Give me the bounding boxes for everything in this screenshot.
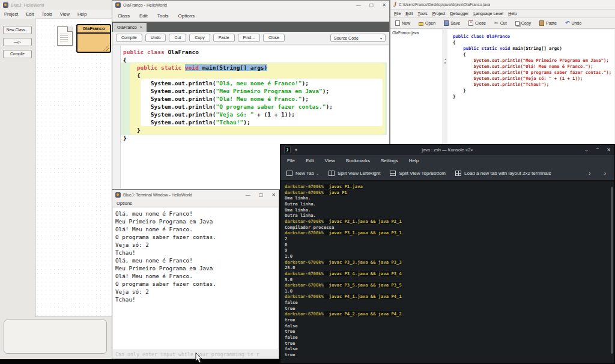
- object-bench[interactable]: [4, 320, 107, 354]
- bluej-icon: [115, 2, 121, 8]
- cut-button[interactable]: Cut: [169, 34, 186, 42]
- code-line: 5.0: [285, 277, 614, 283]
- menu-tools[interactable]: Tools: [417, 11, 427, 16]
- clipboard-icon: [539, 20, 544, 26]
- tab-close-icon[interactable]: ×: [140, 25, 142, 29]
- close-file-icon: [468, 20, 473, 26]
- new-class-button[interactable]: New Class...: [3, 26, 32, 34]
- close-icon[interactable]: ✕: [382, 2, 386, 8]
- code-line: Compilador processa: [285, 225, 614, 231]
- menu-options[interactable]: Options: [178, 13, 195, 19]
- pin-icon[interactable]: ✦: [294, 148, 298, 153]
- toolbar-overflow-chevron-icon[interactable]: ›: [604, 170, 606, 177]
- code-line: System.out.println("Veja só: " + (1 + 1)…: [453, 76, 614, 82]
- minimize-icon[interactable]: ⌄: [584, 147, 589, 153]
- splitter-right-icon: ▸: [443, 61, 447, 64]
- menu-options[interactable]: Options: [117, 201, 132, 206]
- menu-file[interactable]: File: [394, 11, 401, 16]
- code-line: darkstar-6700k% javac P4_1.java && java …: [285, 294, 614, 300]
- menu-help[interactable]: Help: [77, 11, 86, 17]
- paste-button[interactable]: Paste: [539, 20, 557, 26]
- jgrasp-title: C:\Users\Franco\Desktop\java\drjava\OlaF…: [399, 2, 490, 7]
- maximize-icon[interactable]: ⌃: [596, 147, 600, 153]
- code-line: System.out.println("Veja só: " + (1 + 1)…: [123, 111, 389, 118]
- new-button[interactable]: New: [395, 20, 410, 26]
- file-tree-item[interactable]: OlaFranco.java: [390, 29, 443, 36]
- view-selector-dropdown[interactable]: Source Code ▾: [330, 34, 386, 42]
- menu-help[interactable]: Help: [508, 11, 517, 16]
- menu-tools[interactable]: Tools: [41, 11, 52, 17]
- close-icon[interactable]: ✕: [271, 192, 276, 198]
- tab-olafranco[interactable]: OlaFranco ×: [113, 23, 147, 32]
- menu-edit[interactable]: Edit: [306, 158, 314, 163]
- menu-tools[interactable]: Tools: [157, 13, 169, 19]
- terminal-scrollbar[interactable]: [611, 187, 613, 354]
- editor-titlebar[interactable]: OlaFranco - HelloWorld — ▢ ✕: [112, 1, 389, 10]
- menu-view[interactable]: View: [325, 158, 335, 163]
- maximize-icon[interactable]: ▢: [369, 2, 374, 8]
- jgrasp-code-editor[interactable]: public class OlaFranco{ public static vo…: [447, 29, 614, 145]
- menu-view[interactable]: View: [60, 11, 70, 17]
- menu-file[interactable]: File: [287, 158, 295, 163]
- menu-project[interactable]: Project: [4, 11, 18, 17]
- compile-button[interactable]: Compile: [116, 34, 142, 42]
- menu-bookmarks[interactable]: Bookmarks: [346, 158, 370, 163]
- menu-language-level[interactable]: Language Level: [473, 11, 503, 16]
- menu-edit[interactable]: Edit: [139, 13, 148, 19]
- tab-label: OlaFranco: [117, 25, 137, 29]
- konsole-titlebar[interactable]: ❯ ✦ java : zsh — Konsole <2> ⌄ ⌃ ✕: [280, 145, 614, 155]
- minimize-icon[interactable]: —: [356, 2, 361, 8]
- paste-button[interactable]: Paste: [213, 34, 235, 42]
- maximize-icon[interactable]: ▢: [259, 192, 264, 198]
- code-line: public class OlaFranco: [123, 48, 389, 56]
- save-button[interactable]: Save: [444, 20, 460, 26]
- menu-project[interactable]: Project: [432, 11, 446, 16]
- compile-button[interactable]: Compile: [3, 50, 32, 58]
- close-button[interactable]: Close: [468, 20, 486, 26]
- bluej-terminal-output[interactable]: Olá, meu nome é Franco!Meu Primeiro Prog…: [113, 208, 278, 350]
- splitter-handle[interactable]: ◂ ▸: [443, 57, 447, 64]
- bluej-terminal-window: BlueJ: Terminal Window - HelloWorld — ▢ …: [112, 189, 279, 359]
- code-line: true: [285, 317, 614, 323]
- undo-button[interactable]: Undo: [145, 34, 166, 42]
- new-tab-button[interactable]: New Tab ⌄: [286, 171, 319, 176]
- class-box-olafranco[interactable]: OlaFranco: [76, 24, 111, 53]
- open-button[interactable]: Open: [419, 21, 435, 26]
- code-line: System.out.println("O programa saber faz…: [123, 103, 389, 111]
- open-folder-icon: [419, 22, 423, 26]
- close-button[interactable]: Close: [263, 34, 285, 42]
- extends-arrow-button[interactable]: —▷: [3, 38, 32, 46]
- copy-button[interactable]: Copy: [515, 21, 531, 26]
- split-view-left-right-button[interactable]: Split View Left/Right: [329, 171, 380, 176]
- menu-edit[interactable]: Edit: [405, 11, 413, 16]
- terminal-line: Olá, meu nome é Franco!: [115, 210, 278, 217]
- terminal-line: Veja só: 2: [115, 241, 278, 249]
- toolbar-overflow-chevron-icon[interactable]: ›: [589, 170, 590, 177]
- menu-debugger[interactable]: Debugger: [450, 11, 469, 16]
- cut-button[interactable]: ✂ Cut: [494, 20, 507, 26]
- menu-edit[interactable]: Edit: [26, 11, 34, 17]
- undo-button[interactable]: ↶ Undo: [565, 20, 581, 26]
- terminal-line: Tchau!: [115, 249, 278, 256]
- copy-button[interactable]: Copy: [189, 34, 210, 42]
- code-line: System.out.println("Tchau!");: [123, 118, 389, 126]
- menu-help[interactable]: Help: [409, 158, 419, 163]
- load-2x2-layout-button[interactable]: Load a new tab with layout 2x2 terminals: [455, 171, 551, 176]
- minimize-icon[interactable]: —: [246, 192, 250, 198]
- editor-gutter[interactable]: [113, 46, 121, 189]
- split-view-top-bottom-button[interactable]: Split View Top/Bottom: [390, 171, 446, 176]
- menu-class[interactable]: Class: [118, 13, 130, 19]
- editor-toolbar: Compile Undo Cut Copy Paste Find... Clos…: [112, 32, 389, 44]
- bluej-main-titlebar[interactable]: BlueJ: HelloWorld: [0, 0, 112, 10]
- menu-settings[interactable]: Settings: [381, 158, 398, 163]
- jgrasp-titlebar[interactable]: J C:\Users\Franco\Desktop\java\drjava\Ol…: [390, 0, 615, 9]
- code-line: System.out.println("Tchau!");: [453, 82, 614, 88]
- bluej-terminal-titlebar[interactable]: BlueJ: Terminal Window - HelloWorld — ▢ …: [112, 190, 279, 199]
- class-diagram-area[interactable]: OlaFranco: [35, 19, 112, 317]
- terminal-screen[interactable]: darkstar-6700k% javac P1.javadarkstar-67…: [280, 183, 614, 363]
- bluej-terminal-title: BlueJ: Terminal Window - HelloWorld: [123, 193, 192, 197]
- readme-document-icon[interactable]: [57, 26, 73, 46]
- code-line: darkstar-6700k% javac P3_1.java && java …: [285, 230, 614, 236]
- find-button[interactable]: Find...: [238, 34, 260, 42]
- close-icon[interactable]: ✕: [607, 147, 611, 153]
